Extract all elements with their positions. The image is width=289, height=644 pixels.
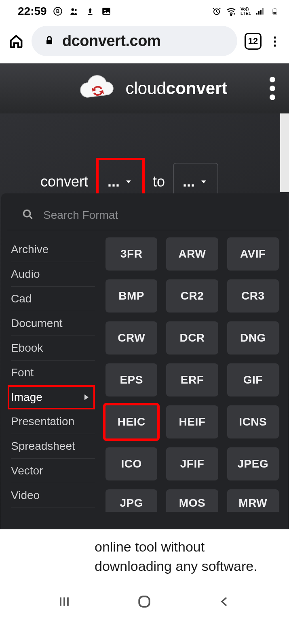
recent-apps-button[interactable] <box>56 594 72 610</box>
format-cr2[interactable]: CR2 <box>166 279 218 313</box>
svg-rect-18 <box>139 597 150 607</box>
wifi-icon <box>226 6 236 17</box>
svg-point-8 <box>231 14 232 15</box>
chevron-down-icon <box>199 177 209 187</box>
format-eps[interactable]: EPS <box>105 363 157 396</box>
format-dcr[interactable]: DCR <box>166 321 218 355</box>
main-area: convert ... to ... ArchiveAudioCadDocume… <box>0 113 289 529</box>
svg-point-6 <box>104 10 105 11</box>
home-icon[interactable] <box>8 33 24 49</box>
category-item-vector[interactable]: Vector <box>11 459 95 483</box>
category-item-ebook[interactable]: Ebook <box>11 336 95 361</box>
scroll-indicator <box>280 113 289 192</box>
format-avif[interactable]: AVIF <box>227 237 279 271</box>
category-item-image[interactable]: Image <box>8 385 95 409</box>
browser-menu-icon[interactable]: ⋮ <box>269 34 281 48</box>
format-heif[interactable]: HEIF <box>166 405 218 438</box>
svg-point-17 <box>24 210 30 217</box>
upload-icon <box>85 6 95 17</box>
format-heic[interactable]: HEIC <box>103 403 160 441</box>
format-jpg[interactable]: JPG <box>105 489 157 512</box>
app-menu-icon[interactable] <box>270 77 279 100</box>
format-jpeg[interactable]: JPEG <box>227 447 279 480</box>
category-item-font[interactable]: Font <box>11 361 95 385</box>
system-nav-bar <box>0 584 289 619</box>
format-gif[interactable]: GIF <box>227 363 279 396</box>
back-button[interactable] <box>217 594 233 610</box>
svg-rect-9 <box>256 13 257 15</box>
svg-rect-16 <box>46 40 52 44</box>
alarm-icon <box>211 6 222 17</box>
svg-rect-11 <box>260 10 262 15</box>
chevron-down-icon <box>124 177 133 187</box>
page-text: online tool without downloading any soft… <box>0 529 289 584</box>
search-icon <box>22 209 34 222</box>
people-icon <box>69 6 79 17</box>
svg-point-2 <box>71 8 74 11</box>
url-text: dconvert.com <box>62 32 160 50</box>
format-mos[interactable]: MOS <box>166 489 218 512</box>
format-ico[interactable]: ICO <box>105 447 157 480</box>
to-label: to <box>153 173 165 190</box>
convert-label: convert <box>40 173 88 190</box>
app-header: cloudconvert <box>0 63 289 113</box>
category-item-audio[interactable]: Audio <box>11 262 95 287</box>
category-item-cad[interactable]: Cad <box>11 287 95 311</box>
format-icns[interactable]: ICNS <box>227 405 279 438</box>
network-label: Vo)) LTE1 <box>240 7 251 16</box>
format-arw[interactable]: ARW <box>166 237 218 271</box>
format-cr3[interactable]: CR3 <box>227 279 279 313</box>
url-bar[interactable]: dconvert.com <box>32 26 237 56</box>
brand-name: cloudconvert <box>125 79 227 98</box>
tab-count[interactable]: 12 <box>245 33 262 50</box>
format-erf[interactable]: ERF <box>166 363 218 396</box>
category-item-spreadsheet[interactable]: Spreadsheet <box>11 434 95 459</box>
format-3fr[interactable]: 3FR <box>105 237 157 271</box>
category-item-document[interactable]: Document <box>11 311 95 336</box>
message-icon: B <box>53 6 63 17</box>
svg-rect-4 <box>88 14 92 15</box>
format-dng[interactable]: DNG <box>227 321 279 355</box>
svg-text:B: B <box>56 8 59 14</box>
category-item-archive[interactable]: Archive <box>11 237 95 262</box>
lock-icon <box>44 32 55 50</box>
image-icon <box>101 6 112 17</box>
format-mrw[interactable]: MRW <box>227 489 279 512</box>
category-list: ArchiveAudioCadDocumentEbookFontImagePre… <box>1 237 95 529</box>
format-crw[interactable]: CRW <box>105 321 157 355</box>
format-grid: 3FRARWAVIFBMPCR2CR3CRWDCRDNGEPSERFGIFHEI… <box>95 237 288 529</box>
app-logo-icon <box>78 74 118 103</box>
home-button[interactable] <box>136 594 152 610</box>
signal-icon <box>255 6 266 17</box>
svg-rect-15 <box>273 12 276 14</box>
svg-rect-10 <box>258 11 259 15</box>
category-item-video[interactable]: Video <box>11 483 95 508</box>
category-item-presentation[interactable]: Presentation <box>11 409 95 434</box>
format-bmp[interactable]: BMP <box>105 279 157 313</box>
format-dropdown: ArchiveAudioCadDocumentEbookFontImagePre… <box>1 193 288 529</box>
format-jfif[interactable]: JFIF <box>166 447 218 480</box>
svg-rect-12 <box>262 8 264 15</box>
status-bar: 22:59 B Vo)) LTE1 <box>0 0 289 22</box>
browser-bar: dconvert.com 12 ⋮ <box>0 22 289 63</box>
battery-icon <box>270 6 280 17</box>
svg-point-3 <box>74 9 76 11</box>
svg-rect-14 <box>274 8 276 9</box>
status-time: 22:59 <box>18 5 47 18</box>
search-input[interactable] <box>43 209 271 222</box>
